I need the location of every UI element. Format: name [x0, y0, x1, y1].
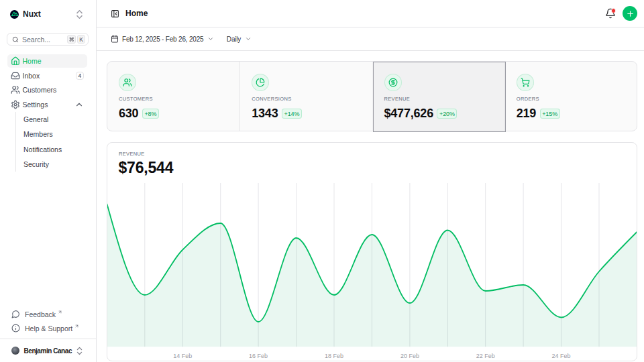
svg-text:24 Feb: 24 Feb [552, 353, 571, 359]
svg-text:20 Feb: 20 Feb [400, 353, 419, 359]
svg-text:16 Feb: 16 Feb [249, 353, 268, 359]
svg-text:22 Feb: 22 Feb [476, 353, 495, 359]
svg-text:18 Feb: 18 Feb [325, 353, 343, 359]
svg-text:14 Feb: 14 Feb [173, 353, 192, 359]
